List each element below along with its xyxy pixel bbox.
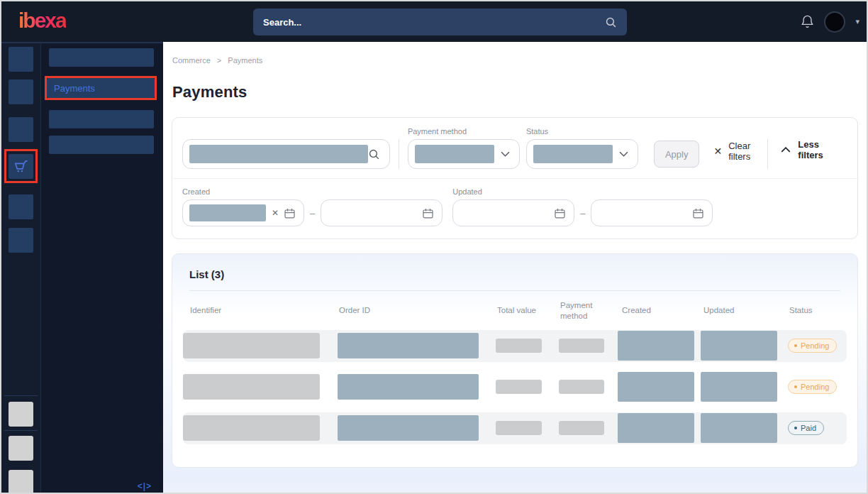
redacted-order-id <box>338 374 479 400</box>
breadcrumb: Commerce > Payments <box>163 42 867 65</box>
ibexa-logo: ibexa <box>18 9 66 33</box>
updated-from-date-input[interactable] <box>452 199 574 226</box>
chevron-down-icon <box>501 151 510 157</box>
redacted-identifier <box>183 333 320 358</box>
user-menu-caret-icon[interactable]: ▾ <box>855 17 859 26</box>
calendar-icon[interactable] <box>693 208 703 219</box>
global-search[interactable] <box>253 9 627 35</box>
column-header-identifier: Identifier <box>183 305 338 316</box>
menu-item-3[interactable] <box>49 110 154 128</box>
less-filters-button[interactable]: Less filters <box>781 139 836 160</box>
filters-panel: Payment method Status <box>172 117 858 239</box>
payment-method-dropdown[interactable] <box>408 139 520 169</box>
status-badge: Pending <box>788 339 837 353</box>
redacted-created <box>618 331 694 361</box>
global-search-input[interactable] <box>263 17 605 28</box>
sidebar-item-2[interactable] <box>9 79 33 104</box>
menu-item-payments[interactable]: Payments <box>47 78 155 98</box>
main-sidebar-rail <box>1 42 40 494</box>
status-dot-icon <box>794 344 797 347</box>
redacted-dropdown-value <box>533 145 613 163</box>
less-filters-label: Less filters <box>798 139 836 160</box>
payments-list-panel: List (3) Identifier Order ID Total value… <box>172 253 858 468</box>
redacted-total-value <box>496 339 542 353</box>
list-title: List (3) <box>172 254 857 290</box>
clear-filters-button[interactable]: ✕ Clear filters <box>713 141 767 162</box>
date-range-separator: – <box>310 208 315 219</box>
sidebar-bottom-item-2[interactable] <box>9 436 33 461</box>
top-bar: ibexa ▾ <box>1 1 867 42</box>
status-badge: Pending <box>788 380 837 394</box>
calendar-icon[interactable] <box>284 208 295 219</box>
redacted-order-id <box>338 415 479 441</box>
redacted-date-value <box>189 204 266 221</box>
chevron-up-icon <box>781 147 791 153</box>
sidebar-bottom-item-3[interactable] <box>9 470 33 494</box>
created-to-date-input[interactable] <box>321 199 443 226</box>
menu-item-1[interactable] <box>49 48 154 67</box>
column-header-payment-method: Payment method <box>559 300 618 322</box>
status-dropdown[interactable] <box>526 139 638 169</box>
clear-filters-label: Clear filters <box>728 141 767 162</box>
redacted-created <box>618 372 694 402</box>
redacted-payment-method <box>559 339 604 353</box>
calendar-icon[interactable] <box>423 208 433 219</box>
redacted-dropdown-value <box>415 145 494 163</box>
calendar-icon[interactable] <box>555 208 565 219</box>
menu-item-4[interactable] <box>49 136 154 154</box>
redacted-identifier <box>183 415 320 441</box>
table-row[interactable]: Pending <box>183 371 847 403</box>
table-row[interactable]: Paid <box>183 412 847 444</box>
redacted-total-value <box>496 421 542 435</box>
created-label: Created <box>182 187 443 196</box>
redacted-total-value <box>496 380 542 394</box>
updated-to-date-input[interactable] <box>591 199 713 226</box>
breadcrumb-payments[interactable]: Payments <box>228 56 262 65</box>
sidebar-item-6[interactable] <box>9 228 33 253</box>
redacted-order-id <box>338 333 479 358</box>
sidebar-item-1[interactable] <box>9 47 33 72</box>
sidebar-separator <box>4 395 38 396</box>
divider <box>399 139 399 169</box>
shopping-cart-icon <box>12 158 30 175</box>
status-badge: Paid <box>788 421 824 435</box>
user-avatar[interactable] <box>824 11 845 33</box>
redacted-created <box>618 413 694 443</box>
sidebar-item-5[interactable] <box>9 194 33 219</box>
notifications-bell-icon[interactable] <box>801 14 814 29</box>
collapse-sidebar-icon[interactable]: <|> <box>138 481 152 491</box>
redacted-updated <box>701 372 777 402</box>
secondary-menu: Payments <|> <box>40 42 163 494</box>
updated-label: Updated <box>452 187 713 196</box>
close-icon: ✕ <box>713 146 722 157</box>
sidebar-bottom-item-1[interactable] <box>9 402 33 427</box>
search-icon[interactable] <box>368 148 380 160</box>
column-header-total-value: Total value <box>496 305 559 316</box>
status-label: Status <box>526 127 638 136</box>
status-dot-icon <box>794 385 797 388</box>
clear-date-icon[interactable]: ✕ <box>272 208 279 218</box>
redacted-identifier <box>183 374 320 400</box>
redacted-payment-method <box>559 421 604 435</box>
created-from-date-input[interactable]: ✕ <box>182 199 304 226</box>
column-header-order-id: Order ID <box>338 305 496 316</box>
menu-item-payments-label: Payments <box>54 83 95 94</box>
sidebar-separator <box>4 430 38 431</box>
table-row[interactable]: Pending <box>183 330 847 362</box>
breadcrumb-commerce[interactable]: Commerce <box>172 56 211 65</box>
redacted-updated <box>701 413 777 443</box>
sidebar-item-commerce[interactable] <box>9 154 33 179</box>
divider <box>767 139 768 169</box>
redacted-search-value <box>189 145 368 163</box>
apply-button[interactable]: Apply <box>654 141 700 168</box>
status-dot-icon <box>794 427 797 429</box>
filter-search-input[interactable] <box>182 139 390 169</box>
breadcrumb-separator: > <box>217 56 221 65</box>
column-header-updated: Updated <box>701 305 788 316</box>
search-icon[interactable] <box>605 16 617 28</box>
app-window: ibexa ▾ <box>0 0 868 494</box>
chevron-down-icon <box>619 151 628 157</box>
page-title: Payments <box>172 83 867 101</box>
table-header-row: Identifier Order ID Total value Payment … <box>183 291 847 330</box>
sidebar-item-3[interactable] <box>9 117 33 142</box>
